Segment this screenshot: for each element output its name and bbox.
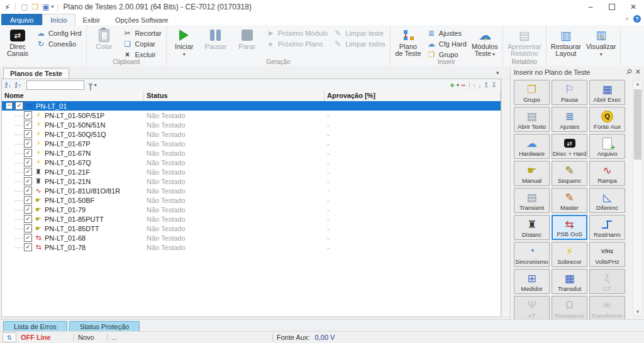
cfg-hard-button[interactable]: ☁Cfg Hard: [424, 38, 469, 49]
row-checkbox[interactable]: ✓: [15, 102, 23, 110]
iniciar-button[interactable]: Iniciar ▾: [169, 26, 200, 59]
table-row[interactable]: ✓☛PN-LT_01-79Não Testado-: [2, 205, 501, 214]
table-row[interactable]: ✓⚡PN-LT_01-67NNão Testado-: [2, 148, 501, 158]
insert-abrir-texto-button[interactable]: ▤Abrir Texto: [514, 107, 550, 132]
scrollbar-thumb[interactable]: [634, 89, 641, 160]
insert-medidor-button[interactable]: ⊞Medidor: [514, 269, 550, 294]
insert-sobrecor-button[interactable]: ⚡Sobrecor: [552, 242, 587, 267]
scroll-up-icon[interactable]: ▲: [633, 80, 642, 88]
add-item-caret-icon[interactable]: ▾: [457, 83, 459, 88]
insert-arquivo-button[interactable]: Arquivo: [589, 134, 625, 159]
move-up-button[interactable]: ↑: [473, 82, 477, 89]
insert-restharm-button[interactable]: RestHarm: [589, 215, 625, 240]
restore-button[interactable]: [601, 0, 623, 14]
table-row[interactable]: ✓♜PN-LT_01-21NNão Testado-: [2, 177, 501, 186]
move-top-button[interactable]: ↥: [484, 81, 489, 89]
table-row[interactable]: ✓☛PN-LT_01-85DTTNão Testado-: [2, 224, 501, 233]
row-checkbox[interactable]: ✓: [24, 177, 32, 185]
row-checkbox[interactable]: ✓: [24, 205, 32, 214]
minimize-button[interactable]: –: [580, 0, 601, 14]
table-row[interactable]: ✓⇆PN-LT_01-78Não Testado-: [2, 242, 501, 252]
filter-caret-icon[interactable]: ▾: [94, 83, 97, 88]
column-header-status[interactable]: Status: [144, 91, 325, 101]
close-button[interactable]: ✕: [623, 0, 644, 14]
insert-voltsphz-button[interactable]: V/HzVoltsPHz: [589, 242, 625, 267]
column-header-aprovacao[interactable]: Aprovação [%]: [325, 91, 501, 101]
remove-item-button[interactable]: −: [461, 81, 466, 89]
pin-icon[interactable]: ⚲: [624, 67, 633, 77]
tab-início[interactable]: Início: [42, 14, 75, 25]
row-checkbox[interactable]: ✓: [24, 130, 32, 138]
expand-collapse-icon[interactable]: −: [6, 102, 13, 109]
panel-options-caret-icon[interactable]: ▾: [496, 70, 499, 76]
insert-fonte-aux-button[interactable]: QFonte Aux: [589, 107, 625, 132]
copiar-button[interactable]: ❏Copiar: [120, 38, 164, 49]
m-dulos-teste-button[interactable]: ☁MódulosTeste ▾: [469, 26, 501, 59]
config-hrd-button[interactable]: ☁Config Hrd: [33, 28, 84, 38]
table-row[interactable]: ✓⚡PN-LT_01-50P/51PNão Testado-: [2, 111, 501, 120]
sort-descending-button[interactable]: AZ↑: [14, 82, 23, 89]
table-row[interactable]: ✓⚡PN-LT_01-50Q/51QNão Testado-: [2, 129, 501, 139]
move-down-button[interactable]: ↓: [478, 82, 482, 89]
help-icon[interactable]: ?: [633, 15, 641, 23]
row-checkbox[interactable]: ✓: [24, 149, 32, 157]
row-checkbox[interactable]: ✓: [24, 111, 32, 119]
table-row[interactable]: ✓⚡PN-LT_01-50N/51NNão Testado-: [2, 120, 501, 129]
insert-direc-hard-button[interactable]: ⇄Direc + Hard: [552, 134, 587, 159]
insert-distanc-button[interactable]: ♜Distanc: [514, 215, 550, 240]
row-checkbox[interactable]: ✓: [24, 187, 32, 195]
insert-ajustes-button[interactable]: ≣Ajustes: [552, 107, 587, 132]
table-row[interactable]: ✓⇆PN-LT_01-68Não Testado-: [2, 233, 501, 242]
filter-input[interactable]: [26, 80, 84, 90]
table-row[interactable]: ✓☛PN-LT_01-85PUTTNão Testado-: [2, 214, 501, 224]
row-checkbox[interactable]: ✓: [24, 234, 32, 242]
insert-rampa-button[interactable]: ∿Rampa: [589, 161, 625, 186]
insert-psb-oos-button[interactable]: ⇆PSB OoS: [552, 215, 587, 240]
conex-o-button[interactable]: ↻Conexão: [33, 38, 84, 49]
table-row[interactable]: −✓⚑PN-LT_01: [2, 101, 501, 111]
row-checkbox[interactable]: ✓: [24, 243, 32, 251]
insert-pausa-button[interactable]: ⚐Pausa: [552, 80, 587, 105]
visualizar-button[interactable]: ▥Visualizar ▾: [584, 26, 619, 59]
insert-diferenc-button[interactable]: ◺Diferenc: [589, 188, 625, 213]
insert-transdut-button[interactable]: ▦Transdut: [552, 269, 587, 294]
open-folder-icon[interactable]: ❒: [31, 3, 38, 11]
ajustes-button[interactable]: ≣Ajustes: [424, 28, 469, 38]
new-document-icon[interactable]: ▢: [21, 3, 28, 11]
row-checkbox[interactable]: ✓: [24, 139, 32, 148]
save-icon[interactable]: ▣: [42, 3, 49, 11]
table-row[interactable]: ✓☛PN-LT_01-50BFNão Testado-: [2, 195, 501, 205]
recortar-button[interactable]: ✂Recortar: [120, 28, 164, 38]
table-row[interactable]: ✓⚡PN-LT_01-67PNão Testado-: [2, 139, 501, 148]
insert-transient-button[interactable]: ▤Transient: [514, 188, 550, 213]
row-checkbox[interactable]: ✓: [24, 196, 32, 204]
move-bottom-button[interactable]: ↧: [491, 81, 497, 89]
insert-master-button[interactable]: ✎Master: [552, 188, 587, 213]
filter-funnel-icon[interactable]: [88, 84, 93, 87]
collapse-ribbon-icon[interactable]: ˄: [626, 16, 629, 22]
insert-sincronismo-button[interactable]: ◔Sincronismo: [514, 242, 550, 267]
tab-opções-software[interactable]: Opções Software: [108, 14, 175, 25]
direc-canais-button[interactable]: ⇄DirecCanais: [2, 26, 33, 59]
row-checkbox[interactable]: ✓: [24, 168, 32, 176]
scroll-down-icon[interactable]: ▼: [633, 308, 642, 316]
row-checkbox[interactable]: ✓: [24, 224, 32, 232]
restaurar-layout-button[interactable]: ▥RestaurarLayout: [548, 26, 584, 59]
insert-hardware-button[interactable]: ☁Hardware: [514, 134, 550, 159]
add-item-button[interactable]: +: [450, 81, 455, 89]
vertical-scrollbar-track[interactable]: [501, 79, 511, 317]
panel-scrollbar[interactable]: ▲ ▼: [633, 80, 643, 317]
tab-exibir[interactable]: Exibir: [75, 14, 108, 25]
plano-de-teste-button[interactable]: Planode Teste: [392, 26, 424, 59]
table-row[interactable]: ✓♜PN-LT_01-21FNão Testado-: [2, 167, 501, 177]
insert-sequenc-button[interactable]: ✎Sequenc: [552, 161, 587, 186]
quick-access-caret-icon[interactable]: ▾: [52, 4, 54, 9]
table-row[interactable]: ✓∿PN-LT_01-81U/81O/81RNão Testado-: [2, 186, 501, 195]
insert-manual-button[interactable]: ☛Manual: [514, 161, 550, 186]
insert-abrir-exec-button[interactable]: ▦Abrir Exec: [589, 80, 625, 105]
row-checkbox[interactable]: ✓: [24, 215, 32, 223]
row-checkbox[interactable]: ✓: [24, 121, 32, 129]
column-header-nome[interactable]: Nome: [2, 91, 144, 101]
refresh-connection-icon[interactable]: ⇅: [3, 332, 16, 342]
table-row[interactable]: ✓⚡PN-LT_01-67QNão Testado-: [2, 158, 501, 167]
